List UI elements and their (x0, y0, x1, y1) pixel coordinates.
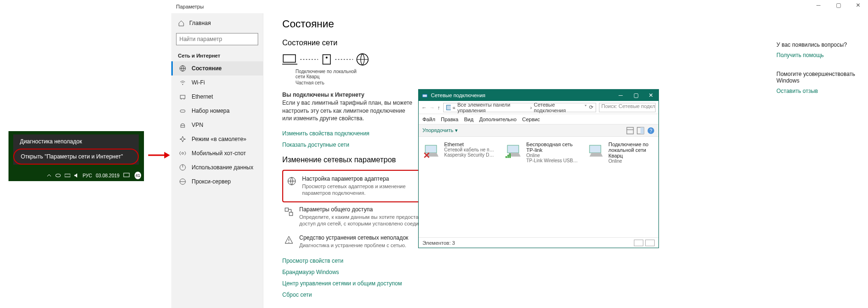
right-help-panel: У вас появились вопросы? Получить помощь… (776, 42, 857, 107)
svg-rect-9 (181, 125, 185, 127)
param-adapter-settings[interactable]: Настройка параметров адаптера Просмотр с… (282, 170, 438, 202)
conn-status: Сетевой кабель не подкл... (444, 147, 496, 152)
adapter-icon (287, 176, 296, 186)
param-title: Настройка параметров адаптера (302, 175, 433, 182)
conn-adapter: TP-Link Wireless USB Adap... (526, 158, 578, 163)
svg-rect-0 (56, 174, 60, 177)
tray-keyboard-icon[interactable] (65, 173, 70, 178)
param-troubleshoot[interactable]: Средство устранения сетевых неполадок Ди… (282, 231, 438, 252)
ctx-diagnose[interactable]: Диагностика неполадок (13, 134, 139, 149)
svg-point-16 (326, 57, 328, 58)
svg-rect-24 (422, 94, 427, 97)
netconn-maximize-button[interactable]: ▢ (628, 92, 643, 99)
nav-forward-button[interactable]: → (430, 105, 435, 110)
nav-back-button[interactable]: ← (421, 105, 427, 110)
netconn-titlebar: Сетевые подключения ─ ▢ ✕ (419, 90, 658, 101)
toolbar-help-icon[interactable]: ? (647, 127, 655, 134)
netconn-minimize-button[interactable]: ─ (613, 92, 628, 99)
link-network-props[interactable]: Просмотр свойств сети (282, 258, 849, 264)
sidebar-item-proxy[interactable]: Прокси-сервер (171, 175, 263, 189)
sidebar-search[interactable] (176, 33, 258, 45)
sidebar-item-hotspot[interactable]: Мобильный хот-спот (171, 146, 263, 160)
connection-item-ethernet[interactable]: Ethernet Сетевой кабель не подкл... Kasp… (423, 142, 496, 164)
sidebar-item-label: Мобильный хот-спот (192, 150, 246, 157)
connection-item-wifi[interactable]: Беспроводная сеть TP-link Online TP-Link… (506, 142, 578, 164)
sidebar-item-ethernet[interactable]: Ethernet (171, 90, 263, 104)
sidebar-item-label: Ethernet (192, 93, 213, 100)
view-details-button[interactable] (634, 240, 643, 246)
netconn-app-icon (421, 92, 428, 99)
sidebar-item-wifi[interactable]: Wi-Fi (171, 75, 263, 90)
warning-icon (284, 235, 294, 245)
svg-rect-25 (447, 105, 451, 110)
page-title: Состояние (282, 18, 849, 30)
sidebar-item-label: Состояние (192, 65, 222, 72)
svg-point-6 (182, 84, 183, 85)
menu-view[interactable]: Вид (464, 117, 473, 122)
tray-onedrive-icon[interactable] (55, 173, 61, 178)
view-icons-button[interactable] (645, 240, 655, 246)
connection-info: Вы подключены к Интернету Если у вас лим… (282, 91, 414, 123)
sidebar-item-airplane[interactable]: Режим «в самолете» (171, 132, 263, 146)
param-sharing[interactable]: Параметры общего доступа Определите, к к… (282, 202, 438, 231)
tray-notifications-badge[interactable]: 41 (135, 172, 141, 179)
toolbar-preview-icon[interactable] (637, 127, 644, 134)
sidebar-item-label: Прокси-сервер (192, 178, 231, 185)
menu-service[interactable]: Сервис (522, 117, 540, 122)
breadcrumb-part[interactable]: Сетевые подключения (534, 102, 581, 113)
taskbar-screenshot: Диагностика неполадок Открыть "Параметры… (8, 131, 144, 181)
svg-rect-13 (283, 55, 295, 62)
sidebar-item-vpn[interactable]: VPN (171, 118, 263, 132)
diagram-labels: Подключение по локальной сети Кварц Част… (295, 69, 849, 85)
tray-date[interactable]: 03.08.2019 (96, 173, 119, 178)
ctx-open-network-settings[interactable]: Открыть "Параметры сети и Интернет" (13, 149, 139, 165)
settings-title-text: Параметры (176, 4, 204, 9)
close-button[interactable]: ✕ (851, 2, 865, 8)
menu-extra[interactable]: Дополнительно (479, 117, 516, 122)
sidebar-item-dialup[interactable]: Набор номера (171, 104, 263, 118)
svg-rect-15 (323, 55, 330, 64)
link-network-center[interactable]: Центр управления сетями и общим доступом (282, 280, 849, 287)
connected-desc: Если у вас лимитный тарифный план, вы мо… (282, 99, 414, 123)
conn-name: Беспроводная сеть TP-link (526, 142, 578, 153)
tray-network-icon[interactable] (123, 173, 130, 178)
sidebar-item-datausage[interactable]: Использование данных (171, 160, 263, 175)
sidebar-item-status[interactable]: Состояние (171, 61, 263, 75)
breadcrumb[interactable]: « Все элементы панели управления › Сетев… (443, 103, 597, 112)
conn-name: Подключение по локальной сети Кварц (608, 142, 654, 158)
sidebar-item-label: VPN (192, 122, 203, 128)
pc-icon (282, 53, 297, 66)
tray-chevron-up-icon[interactable] (47, 173, 51, 178)
connection-item-lan[interactable]: Подключение по локальной сети Кварц Onli… (588, 142, 654, 164)
netconn-search-input[interactable]: Поиск: Сетевые подкл... (599, 103, 656, 112)
link-feedback[interactable]: Оставить отзыв (776, 88, 857, 94)
svg-rect-21 (289, 212, 293, 216)
refresh-button[interactable]: ⟳ (589, 104, 593, 110)
link-firewall[interactable]: Брандмауэр Windows (282, 269, 849, 275)
maximize-button[interactable]: ▢ (831, 2, 845, 8)
breadcrumb-dropdown-icon[interactable]: ˅ (584, 104, 587, 110)
connected-title: Вы подключены к Интернету (282, 91, 414, 99)
conn-name: Ethernet (444, 142, 496, 147)
vpn-icon (179, 122, 186, 128)
svg-rect-8 (180, 110, 185, 112)
menu-edit[interactable]: Правка (441, 117, 458, 122)
tray-speaker-icon[interactable] (74, 173, 79, 178)
search-input[interactable] (176, 33, 258, 45)
link-get-help[interactable]: Получить помощь (776, 52, 857, 58)
svg-rect-36 (590, 145, 601, 153)
breadcrumb-part[interactable]: Все элементы панели управления (457, 102, 528, 113)
sidebar-home[interactable]: Главная (171, 17, 263, 29)
minimize-button[interactable]: ─ (811, 2, 826, 8)
tray-language[interactable]: РУС (83, 173, 92, 178)
link-network-reset[interactable]: Сброс сети (282, 291, 849, 298)
nav-up-button[interactable]: ↑ (438, 105, 440, 110)
toolbar-view-icon[interactable] (626, 127, 634, 134)
hotspot-icon (179, 150, 186, 157)
netconn-close-button[interactable]: ✕ (643, 92, 658, 99)
toolbar-organize[interactable]: Упорядочить ▾ (422, 127, 458, 133)
conn-status: Online (608, 158, 654, 164)
menu-file[interactable]: Файл (422, 117, 435, 122)
netconn-items-area: Ethernet Сетевой кабель не подкл... Kasp… (419, 137, 658, 168)
line-icon (300, 58, 318, 60)
